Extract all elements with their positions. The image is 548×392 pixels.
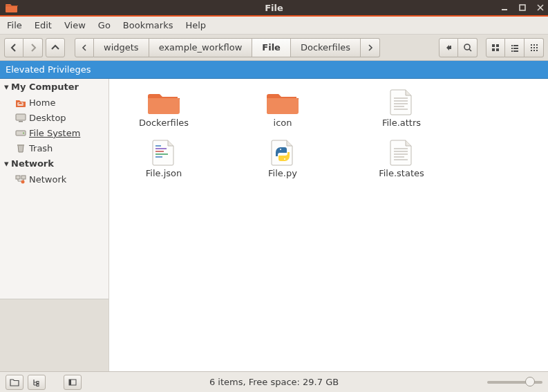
sidebar-section-my-computer[interactable]: ▾My Computer <box>0 79 108 95</box>
file-item-file-json[interactable]: File.json <box>112 136 216 181</box>
breadcrumb-file[interactable]: File <box>252 38 291 57</box>
search-button[interactable] <box>458 38 478 57</box>
menu-bookmarks[interactable]: Bookmarks <box>123 20 173 30</box>
breadcrumb-widgets[interactable]: widgets <box>94 38 149 57</box>
svg-rect-28 <box>16 176 20 179</box>
main-split: ▾My ComputerHomeDesktopFile SystemTrash▾… <box>0 79 548 371</box>
forward-button[interactable] <box>23 38 43 57</box>
content-area: DockerfilesiconFile.attrsFile.jsonFile.p… <box>109 79 548 371</box>
window-close-button[interactable] <box>536 3 545 12</box>
file-icon <box>266 139 299 167</box>
icon-view[interactable]: DockerfilesiconFile.attrsFile.jsonFile.p… <box>109 79 548 371</box>
sidebar-item-trash[interactable]: Trash <box>0 140 108 156</box>
file-icon <box>385 88 418 116</box>
svg-rect-4 <box>496 44 499 47</box>
file-label: icon <box>274 118 292 128</box>
menu-help[interactable]: Help <box>185 20 206 30</box>
toggle-path-button[interactable] <box>439 38 458 57</box>
file-icon <box>147 139 180 167</box>
svg-rect-19 <box>531 50 532 51</box>
sidebar-section-network[interactable]: ▾Network <box>0 156 108 171</box>
sidebar-item-file-system[interactable]: File System <box>0 125 108 140</box>
folder-icon <box>147 88 180 116</box>
view-list-button[interactable] <box>505 38 525 57</box>
view-compact-button[interactable] <box>525 38 544 57</box>
svg-point-2 <box>464 44 470 50</box>
banner-text: Elevated Privileges <box>6 64 91 75</box>
home-folder-icon <box>15 97 26 108</box>
file-label: File.json <box>146 168 182 178</box>
svg-rect-16 <box>531 47 532 48</box>
svg-rect-29 <box>21 176 26 179</box>
back-button[interactable] <box>4 38 23 57</box>
toolbar: widgetsexample_workflowFileDockerfiles <box>0 35 548 61</box>
network-icon <box>15 174 26 185</box>
svg-rect-20 <box>533 50 535 51</box>
file-item-file-py[interactable]: File.py <box>231 136 334 181</box>
svg-rect-17 <box>533 47 535 48</box>
window-maximize-button[interactable] <box>518 3 527 12</box>
menu-go[interactable]: Go <box>98 20 111 30</box>
menu-file[interactable]: File <box>7 20 22 30</box>
menu-bar: FileEditViewGoBookmarksHelp <box>0 17 548 35</box>
svg-rect-21 <box>536 50 538 51</box>
file-label: File.states <box>379 168 424 178</box>
sidebar: ▾My ComputerHomeDesktopFile SystemTrash▾… <box>0 79 109 371</box>
svg-rect-27 <box>17 144 24 146</box>
sidebar-item-home[interactable]: Home <box>0 95 108 110</box>
svg-rect-12 <box>513 50 518 52</box>
trash-icon <box>15 142 26 153</box>
breadcrumb-dockerfiles[interactable]: Dockerfiles <box>291 38 361 57</box>
file-icon <box>385 139 418 167</box>
svg-rect-9 <box>511 48 513 49</box>
svg-rect-0 <box>502 9 507 10</box>
svg-rect-10 <box>513 48 518 49</box>
svg-point-26 <box>23 133 24 134</box>
breadcrumb-next-button[interactable] <box>361 38 380 57</box>
file-item-file-attrs[interactable]: File.attrs <box>350 86 453 131</box>
status-bar: 6 items, Free space: 29.7 GB <box>0 371 548 392</box>
file-label: File.attrs <box>382 118 421 128</box>
svg-rect-8 <box>513 45 518 46</box>
chevron-down-icon: ▾ <box>4 158 11 169</box>
menu-edit[interactable]: Edit <box>35 20 52 30</box>
file-item-icon[interactable]: icon <box>231 86 334 131</box>
view-icons-button[interactable] <box>486 38 505 57</box>
svg-rect-5 <box>492 48 495 51</box>
svg-rect-6 <box>496 48 499 51</box>
folder-icon <box>266 88 299 116</box>
svg-point-42 <box>284 158 285 160</box>
file-item-file-states[interactable]: File.states <box>350 136 453 181</box>
file-label: Dockerfiles <box>139 118 189 128</box>
file-label: File.py <box>268 168 297 178</box>
window-title: File <box>0 3 548 13</box>
svg-rect-1 <box>520 5 525 10</box>
svg-point-30 <box>21 180 25 184</box>
drive-icon <box>15 127 26 138</box>
svg-rect-7 <box>511 45 513 46</box>
svg-point-41 <box>280 149 281 150</box>
elevated-privileges-banner: Elevated Privileges <box>0 61 548 79</box>
status-text: 6 items, Free space: 29.7 GB <box>0 377 548 387</box>
sidebar-item-desktop[interactable]: Desktop <box>0 110 108 125</box>
svg-rect-24 <box>19 121 23 122</box>
svg-rect-18 <box>536 47 538 48</box>
chevron-down-icon: ▾ <box>4 82 11 92</box>
sidebar-item-network[interactable]: Network <box>0 171 108 187</box>
title-bar: File <box>0 0 548 17</box>
up-button[interactable] <box>46 38 65 57</box>
file-item-dockerfiles[interactable]: Dockerfiles <box>112 86 216 131</box>
svg-rect-15 <box>536 44 538 46</box>
sidebar-empty-area <box>0 299 108 371</box>
svg-rect-23 <box>16 114 26 120</box>
menu-view[interactable]: View <box>64 20 86 30</box>
breadcrumb-prev-button[interactable] <box>75 38 94 57</box>
zoom-slider[interactable] <box>487 381 542 384</box>
svg-rect-3 <box>492 44 495 47</box>
svg-rect-14 <box>533 44 535 46</box>
zoom-thumb[interactable] <box>525 377 535 386</box>
window-minimize-button[interactable] <box>500 3 509 12</box>
svg-rect-13 <box>531 44 532 46</box>
svg-rect-11 <box>511 50 513 52</box>
breadcrumb-example-workflow[interactable]: example_workflow <box>149 38 253 57</box>
